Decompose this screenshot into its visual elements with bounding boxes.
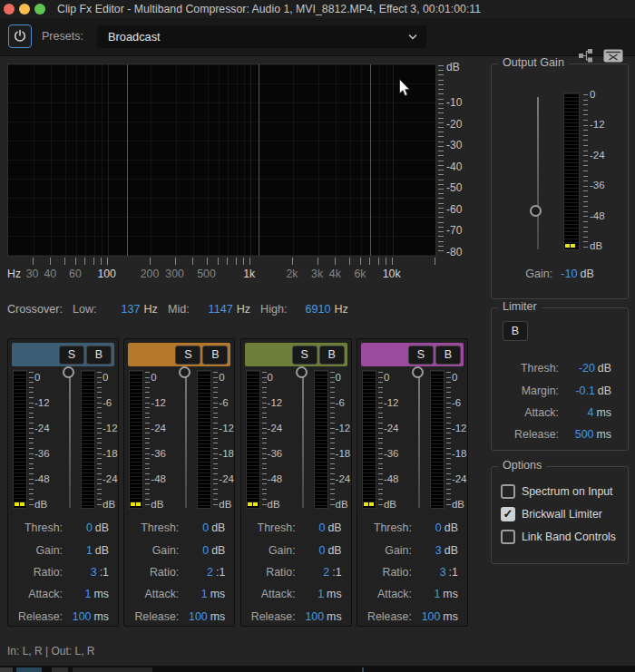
band-1-header[interactable]: SB [12,343,114,366]
scale-label: -48 [384,473,399,484]
param-row: Attack:4ms [492,402,628,424]
crossover-divider-line[interactable] [370,64,371,256]
param-row: Attack:1ms [10,583,115,605]
param-value[interactable]: 0dB [296,544,348,557]
crossover-label: Crossover: [7,303,63,316]
param-value[interactable]: 1dB [63,544,115,557]
param-value[interactable]: 0dB [412,521,464,534]
limiter-bypass-button[interactable]: B [503,321,528,341]
param-value[interactable]: 2:1 [179,566,231,579]
param-number: 100 [422,610,441,623]
param-value[interactable]: 1ms [296,588,348,600]
band-level-meter [13,370,27,509]
param-row: Release:100ms [126,606,231,628]
checkbox-checked[interactable]: ✓ [501,507,515,521]
param-value[interactable]: 1ms [63,588,115,600]
output-gain-knob[interactable] [530,205,542,217]
checkbox-unchecked[interactable] [501,530,515,544]
param-label: Thresh: [492,362,559,375]
crossover-divider-line[interactable] [127,64,128,256]
reduction-scale: 0-6-12-18-24dB [336,370,353,509]
output-gain-group: Output Gain 0-12-24-36-48dB Gain: -10 dB [491,63,629,299]
option-row: Link Band Controls [492,525,628,548]
param-number: 0 [202,521,209,534]
param-label: Gain: [359,544,412,557]
threshold-slider-track[interactable] [418,373,420,508]
param-value[interactable]: 100ms [412,610,464,623]
threshold-slider-knob[interactable] [179,366,190,378]
param-number: 100 [73,610,92,623]
scale-label: -18 [219,448,234,459]
scale-label: -24 [336,473,351,484]
threshold-slider-knob[interactable] [63,366,74,378]
threshold-slider-track[interactable] [69,373,71,508]
scale-label: -36 [151,448,166,459]
crossover-divider-line[interactable] [259,64,259,256]
param-label: Release: [492,428,559,441]
threshold-slider-track[interactable] [185,373,187,508]
effect-power-button[interactable] [8,24,32,48]
peak-indicator [248,502,252,506]
threshold-slider-knob[interactable] [296,366,308,378]
frequency-tick [378,258,379,265]
presets-dropdown[interactable]: Broadcast [97,25,426,48]
frequency-tick [392,258,393,265]
param-value[interactable]: 100ms [63,610,115,623]
param-value[interactable]: 0dB [296,521,348,534]
param-value[interactable]: 0dB [179,544,231,557]
crossover-high-value[interactable]: 6910 [288,303,331,316]
close-editor-button[interactable] [602,48,624,63]
zoom-window-button[interactable] [34,4,45,15]
timeline-fragment [0,667,13,672]
output-gain-slider-track[interactable] [537,97,539,249]
param-value[interactable]: 3:1 [63,566,115,579]
param-value[interactable]: 3:1 [412,566,464,579]
param-value[interactable]: -20dB [559,362,628,375]
param-value[interactable]: 500ms [559,428,628,441]
frequency-label: 4k [329,268,341,280]
gain-value[interactable]: -10 [561,268,577,280]
crossover-mid-label: Mid: [168,303,190,316]
band-solo-button[interactable]: S [408,346,434,365]
param-value[interactable]: 3dB [412,544,464,557]
param-unit: ms [93,588,109,600]
close-window-button[interactable] [4,4,15,15]
crossover-low-value[interactable]: 137 [97,303,141,316]
band-solo-button[interactable]: S [292,346,318,365]
param-value[interactable]: 2:1 [296,566,348,579]
param-row: Gain:1dB [10,539,115,560]
param-unit: ms [443,588,458,600]
band-solo-button[interactable]: S [59,346,84,365]
band-bypass-button[interactable]: B [435,346,461,365]
band-bypass-button[interactable]: B [319,346,345,365]
param-value[interactable]: 1ms [412,588,464,600]
param-value[interactable]: 100ms [179,610,231,623]
band-4-header[interactable]: SB [361,343,464,366]
crossover-low-label: Low: [73,303,97,316]
routing-button[interactable] [576,48,596,63]
band-solo-button[interactable]: S [175,346,200,365]
param-value[interactable]: 4ms [559,406,628,419]
spectrum-grid-line [386,64,387,256]
presets-label: Presets: [42,30,83,43]
minimize-window-button[interactable] [19,4,30,15]
param-value[interactable]: 0dB [179,521,231,534]
meter-ruler [262,372,267,508]
band-2-header[interactable]: SB [128,343,230,366]
band-bypass-button[interactable]: B [202,346,228,365]
scale-label: -36 [384,448,399,459]
param-value[interactable]: 0dB [63,521,115,534]
param-value[interactable]: 1ms [179,588,231,600]
band-3-header[interactable]: SB [245,343,347,366]
crossover-mid-value[interactable]: 1147 [190,303,233,316]
threshold-slider-knob[interactable] [412,366,424,378]
param-unit: ms [443,610,458,623]
checkbox-unchecked[interactable] [501,484,515,499]
threshold-slider-track[interactable] [302,373,304,508]
spectrum-display[interactable] [7,63,436,257]
param-value[interactable]: -0.1dB [559,385,628,397]
param-unit: dB [444,544,458,557]
band-bypass-button[interactable]: B [86,346,112,365]
band-level-meter [246,370,260,509]
param-value[interactable]: 100ms [296,610,348,623]
